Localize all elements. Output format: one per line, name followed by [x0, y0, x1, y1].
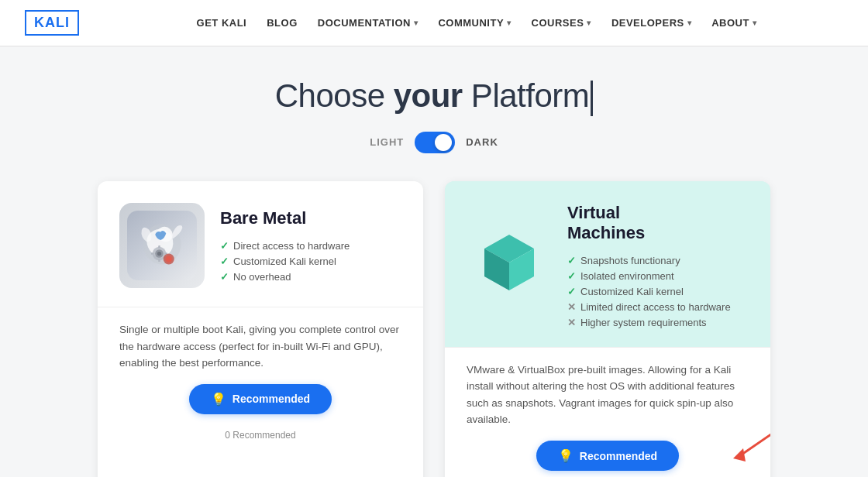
svg-point-9: [165, 256, 172, 263]
cube-svg: [470, 227, 548, 304]
svg-rect-6: [151, 252, 154, 255]
nav-item-blog[interactable]: BLOG: [259, 12, 305, 33]
bare-metal-desc: Single or multiple boot Kali, giving you…: [119, 321, 401, 372]
bare-metal-features: ✓Direct access to hardware ✓Customized K…: [220, 240, 401, 283]
nav-item-get-kali[interactable]: GET KALI: [189, 12, 255, 33]
feature-item: ✕Limited direct access to hardware: [567, 301, 749, 313]
cursor: [591, 81, 593, 116]
bare-metal-card[interactable]: Bare Metal ✓Direct access to hardware ✓C…: [98, 181, 423, 477]
chevron-down-icon: ▾: [414, 19, 418, 27]
svg-point-3: [157, 252, 161, 256]
chevron-down-icon: ▾: [687, 19, 692, 27]
nav-item-documentation[interactable]: DOCUMENTATION▾: [310, 12, 426, 33]
theme-toggle[interactable]: [415, 132, 455, 153]
feature-item: ✓Snapshots functionary: [567, 255, 749, 266]
lightbulb-icon: 💡: [211, 392, 226, 407]
vm-desc: VMware & VirtualBox pre-built images. Al…: [467, 362, 749, 428]
vm-btn-label: Recommended: [580, 450, 657, 462]
feature-item: ✓Customized Kali kernel: [567, 286, 749, 297]
svg-rect-5: [158, 259, 160, 262]
feature-item: ✓Customized Kali kernel: [220, 256, 401, 267]
nav-item-community[interactable]: COMMUNITY▾: [430, 12, 518, 33]
bare-metal-info: Bare Metal ✓Direct access to hardware ✓C…: [220, 208, 401, 282]
nav-item-about[interactable]: ABOUT▾: [704, 12, 764, 33]
page-title: Choose your Platform: [275, 77, 594, 116]
main-content: Choose your Platform LIGHT DARK: [0, 46, 868, 477]
platform-cards: Bare Metal ✓Direct access to hardware ✓C…: [46, 181, 822, 477]
bare-metal-bottom: Single or multiple boot Kali, giving you…: [98, 307, 423, 477]
chevron-down-icon: ▾: [587, 19, 591, 27]
vm-recommended-button[interactable]: 💡 Recommended: [536, 441, 679, 471]
bare-metal-icon: [119, 203, 205, 288]
light-label: LIGHT: [370, 136, 404, 148]
vm-info: VirtualMachines ✓Snapshots functionary ✓…: [567, 203, 749, 328]
svg-rect-4: [158, 245, 160, 249]
vm-card-top: VirtualMachines ✓Snapshots functionary ✓…: [445, 181, 770, 347]
vm-bottom: VMware & VirtualBox pre-built images. Al…: [445, 348, 770, 477]
theme-toggle-row: LIGHT DARK: [370, 132, 498, 153]
dragon-svg: [135, 218, 189, 273]
bare-metal-recommended-button[interactable]: 💡 Recommended: [189, 384, 332, 414]
bare-metal-title: Bare Metal: [220, 208, 401, 228]
vm-title: VirtualMachines: [567, 203, 749, 244]
bare-metal-rec-count: 0 Recommended: [119, 430, 401, 441]
nav-links: GET KALIBLOGDOCUMENTATION▾COMMUNITY▾COUR…: [110, 12, 843, 33]
feature-item: ✓Isolated environment: [567, 270, 749, 282]
bare-metal-btn-label: Recommended: [232, 393, 310, 405]
dark-label: DARK: [466, 136, 498, 148]
feature-item: ✓No overhead: [220, 271, 401, 283]
feature-item: ✓Direct access to hardware: [220, 240, 401, 252]
nav-item-courses[interactable]: COURSES▾: [524, 12, 599, 33]
site-logo[interactable]: KALI: [25, 10, 79, 36]
feature-item: ✕Higher system requirements: [567, 317, 749, 328]
bare-metal-card-top: Bare Metal ✓Direct access to hardware ✓C…: [98, 181, 423, 307]
chevron-down-icon: ▾: [507, 19, 512, 27]
chevron-down-icon: ▾: [753, 19, 757, 27]
vm-icon: [467, 223, 552, 308]
vm-features: ✓Snapshots functionary ✓Isolated environ…: [567, 255, 749, 328]
lightbulb-icon: 💡: [558, 448, 574, 463]
virtual-machines-card[interactable]: VirtualMachines ✓Snapshots functionary ✓…: [445, 181, 770, 477]
nav-item-developers[interactable]: DEVELOPERS▾: [604, 12, 699, 33]
toggle-knob: [435, 134, 452, 151]
navbar: KALI GET KALIBLOGDOCUMENTATION▾COMMUNITY…: [0, 0, 868, 46]
